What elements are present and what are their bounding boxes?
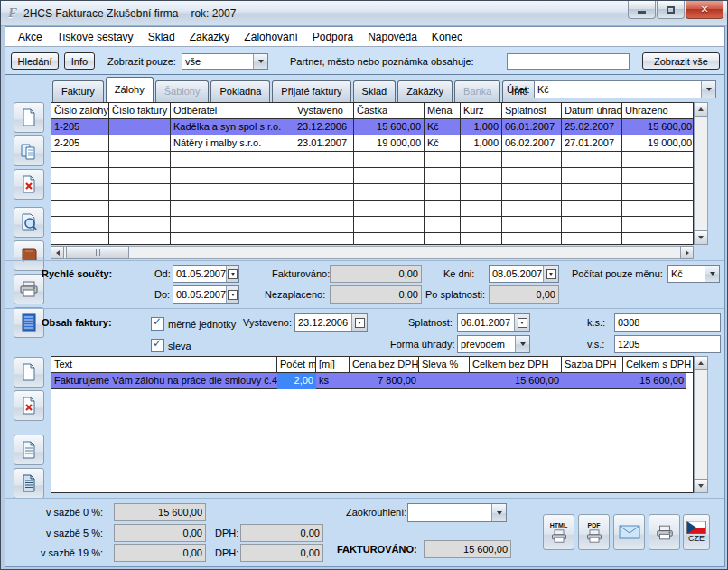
cell-vystaveno[interactable]: 23.12.2006 xyxy=(294,119,354,135)
cell-odberatel[interactable]: Nátěry i malby s.r.o. xyxy=(171,135,294,152)
due-date-field[interactable]: 06.01.2007 xyxy=(457,313,530,332)
hscroll-thumb[interactable] xyxy=(66,246,129,259)
cell-uhrazeno[interactable]: 19 000,00 xyxy=(622,135,694,152)
main-table-hscrollbar[interactable] xyxy=(51,246,694,259)
tab-zakazky[interactable]: Zakázky xyxy=(397,80,453,102)
calendar-dropdown-icon[interactable] xyxy=(226,286,238,303)
cell-cislo-zalohy[interactable]: 2-205 xyxy=(51,135,109,152)
scroll-down-button[interactable] xyxy=(694,230,708,245)
print-button[interactable] xyxy=(649,514,680,550)
column-header[interactable]: Vystaveno xyxy=(294,103,354,119)
scroll-up-button[interactable] xyxy=(694,102,708,117)
menu-podpora[interactable]: Podpora xyxy=(305,28,360,46)
cell-cislo-faktury[interactable] xyxy=(109,135,171,152)
maximize-button[interactable] xyxy=(657,1,685,19)
cell-mena[interactable]: Kč xyxy=(425,119,461,135)
new-record-button[interactable] xyxy=(14,102,44,133)
cell-castka[interactable]: 19 000,00 xyxy=(354,135,425,152)
menu-napoveda[interactable]: Nápověda xyxy=(360,28,425,46)
column-header[interactable]: Celkem bez DPH xyxy=(470,357,562,373)
scroll-down-button[interactable] xyxy=(694,479,708,493)
constant-symbol-field[interactable]: 0308 xyxy=(614,313,721,332)
table-row[interactable]: Fakturujeme Vám zálohu na práce dle smlo… xyxy=(51,373,693,389)
scroll-right-button[interactable] xyxy=(680,246,694,259)
tab-faktury[interactable]: Faktury xyxy=(52,80,104,102)
column-header[interactable]: Kurz xyxy=(461,103,502,119)
cell-splatnost[interactable]: 06.02.2007 xyxy=(502,135,562,152)
address-book-button[interactable] xyxy=(14,240,44,271)
column-header[interactable]: Splatnost xyxy=(502,103,562,119)
cell-splatnost[interactable]: 06.01.2007 xyxy=(502,119,562,135)
tab-zalohy[interactable]: Zálohy xyxy=(106,77,154,102)
menu-sklad[interactable]: Sklad xyxy=(141,28,182,46)
email-button[interactable] xyxy=(613,514,645,550)
close-button[interactable]: ✕ xyxy=(686,1,723,19)
chevron-down-icon[interactable] xyxy=(701,81,715,98)
cell-sleva[interactable] xyxy=(419,373,470,389)
cell-kurz[interactable]: 1,000 xyxy=(461,119,502,135)
column-header[interactable]: [mj] xyxy=(316,357,350,373)
column-header[interactable]: Sleva % xyxy=(419,357,470,373)
column-header[interactable]: Sazba DPH xyxy=(562,357,623,373)
checkbox-checked-icon[interactable] xyxy=(151,339,164,352)
cell-cena-bez-dph[interactable]: 7 800,00 xyxy=(350,373,419,389)
partner-filter-input[interactable] xyxy=(507,53,630,70)
to-date-field[interactable]: 08.05.2007 xyxy=(173,285,239,304)
calendar-dropdown-icon[interactable] xyxy=(351,314,367,331)
account-select[interactable]: Kč xyxy=(534,80,716,98)
language-button[interactable]: CZE xyxy=(683,514,710,550)
column-header[interactable]: Text xyxy=(51,357,277,373)
cell-cislo-zalohy[interactable]: 1-205 xyxy=(51,119,109,135)
column-header[interactable]: Měna xyxy=(425,103,461,119)
delete-record-button[interactable] xyxy=(14,169,44,200)
chevron-down-icon[interactable] xyxy=(491,504,506,521)
from-date-field[interactable]: 01.05.2007 xyxy=(173,265,239,283)
column-header[interactable]: Cena bez DPH xyxy=(350,357,419,373)
cell-mj[interactable]: ks xyxy=(316,373,350,389)
variable-symbol-field[interactable]: 1205 xyxy=(614,335,721,353)
minimize-button[interactable] xyxy=(628,1,656,19)
new-item-button[interactable] xyxy=(14,357,44,388)
calendar-dropdown-icon[interactable] xyxy=(514,314,529,331)
cell-sazba-dph[interactable] xyxy=(562,373,623,389)
cell-text[interactable]: Fakturujeme Vám zálohu na práce dle smlo… xyxy=(51,373,277,389)
cell-celkem-bez-dph[interactable]: 15 600,00 xyxy=(470,373,562,389)
item-detail-filled-button[interactable] xyxy=(14,468,44,499)
column-header[interactable]: Odběratel xyxy=(171,103,294,119)
currency-select[interactable]: Kč xyxy=(667,265,720,283)
column-header[interactable]: Číslo zálohy xyxy=(51,103,109,119)
issued-date-field[interactable]: 23.12.2006 xyxy=(294,313,368,332)
tab-prijate-faktury[interactable]: Přijaté faktury xyxy=(272,80,350,102)
menu-konec[interactable]: Konec xyxy=(425,28,470,46)
cell-pocet-mj[interactable]: 2,00 xyxy=(277,373,316,389)
cell-vystaveno[interactable]: 23.01.2007 xyxy=(294,135,354,152)
print-html-button[interactable]: HTML xyxy=(543,514,574,550)
cell-mena[interactable]: Kč xyxy=(425,135,461,152)
delete-item-button[interactable] xyxy=(14,390,44,421)
column-header[interactable]: Celkem s DPH xyxy=(623,357,694,373)
column-header[interactable]: Počet mj xyxy=(277,357,316,373)
as-of-date-field[interactable]: 08.05.2007 xyxy=(489,265,559,283)
checkbox-checked-icon[interactable] xyxy=(151,317,164,331)
cell-celkem-s-dph[interactable]: 15 600,00 xyxy=(623,373,686,389)
menu-zakazky[interactable]: Zakázky xyxy=(182,28,238,46)
discount-checkbox[interactable]: sleva xyxy=(151,339,191,352)
rounding-select[interactable] xyxy=(407,503,507,522)
units-checkbox[interactable]: měrné jednotky xyxy=(151,317,236,331)
chevron-down-icon[interactable] xyxy=(705,266,719,282)
cell-datum-uhrady[interactable]: 27.01.2007 xyxy=(562,135,622,152)
column-header[interactable]: Uhrazeno xyxy=(622,103,694,119)
payment-form-select[interactable]: převodem xyxy=(457,335,530,353)
tab-pokladna[interactable]: Pokladna xyxy=(210,80,270,102)
item-detail-button[interactable] xyxy=(14,435,44,465)
table-row[interactable]: 2-205 Nátěry i malby s.r.o. 23.01.2007 1… xyxy=(51,135,693,152)
copy-record-button[interactable] xyxy=(14,135,44,166)
chevron-down-icon[interactable] xyxy=(515,336,529,352)
menu-zalohovani[interactable]: Zálohování xyxy=(237,28,304,46)
show-only-select[interactable]: vše xyxy=(182,53,268,70)
tab-sklad[interactable]: Sklad xyxy=(353,80,397,102)
column-header[interactable]: Datum úhrady xyxy=(562,103,622,119)
main-table-vscrollbar[interactable] xyxy=(694,102,708,245)
show-all-button[interactable]: Zobrazit vše xyxy=(642,52,720,70)
cell-kurz[interactable]: 1,000 xyxy=(461,135,502,152)
